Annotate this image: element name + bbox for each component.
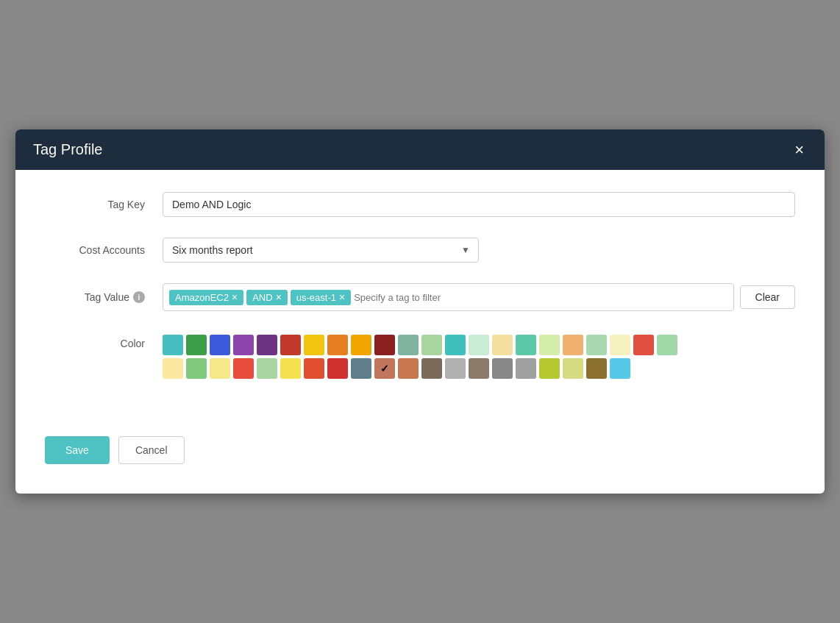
color-swatch[interactable] — [210, 358, 230, 379]
tag-key-label: Tag Key — [45, 199, 163, 210]
color-swatch[interactable] — [633, 335, 654, 355]
tag-chip-useast1: us-east-1 × — [291, 290, 351, 305]
tag-chip-and: AND × — [246, 290, 288, 305]
color-swatch[interactable] — [586, 335, 607, 355]
tag-value-row: Tag Value i AmazonEC2 × AND × — [45, 283, 795, 311]
color-swatch[interactable] — [657, 335, 677, 355]
color-swatch[interactable] — [516, 335, 536, 355]
color-swatch[interactable] — [563, 335, 583, 355]
color-swatch[interactable] — [421, 335, 442, 355]
save-button[interactable]: Save — [45, 436, 110, 464]
color-grid — [163, 335, 795, 379]
color-row: Color — [45, 332, 795, 379]
color-swatch[interactable] — [163, 358, 183, 379]
tag-chip-label: AmazonEC2 — [175, 292, 229, 303]
color-swatch[interactable] — [421, 358, 442, 379]
color-swatch[interactable] — [539, 335, 560, 355]
tag-value-label-text: Tag Value — [85, 291, 129, 303]
color-swatch[interactable] — [233, 358, 254, 379]
tag-chip-close-and[interactable]: × — [276, 292, 282, 302]
tag-value-label: Tag Value i — [45, 291, 163, 303]
color-swatch[interactable] — [610, 358, 630, 379]
color-swatch[interactable] — [257, 358, 277, 379]
modal-overlay: Tag Profile × Tag Key Cost Accounts Six … — [0, 0, 840, 623]
tag-value-input-area: AmazonEC2 × AND × us-east-1 × C — [163, 283, 795, 311]
info-icon[interactable]: i — [133, 291, 145, 303]
modal-header: Tag Profile × — [15, 129, 825, 170]
color-swatch-selected[interactable] — [374, 358, 395, 379]
tag-chip-close-amazonec2[interactable]: × — [232, 292, 238, 302]
tag-chip-close-useast1[interactable]: × — [339, 292, 345, 302]
cost-accounts-label: Cost Accounts — [45, 244, 163, 256]
cost-accounts-select[interactable]: Six months report Annual report Monthly … — [163, 238, 479, 263]
tag-chip-label: us-east-1 — [296, 292, 336, 303]
color-swatch[interactable] — [563, 358, 583, 379]
modal-title: Tag Profile — [33, 141, 103, 158]
color-swatch[interactable] — [445, 358, 466, 379]
color-swatch[interactable] — [610, 335, 630, 355]
color-row-1 — [163, 335, 795, 355]
color-swatch[interactable] — [398, 358, 419, 379]
color-swatch[interactable] — [233, 335, 254, 355]
modal-dialog: Tag Profile × Tag Key Cost Accounts Six … — [15, 129, 825, 494]
tag-key-row: Tag Key — [45, 192, 795, 217]
color-swatch[interactable] — [351, 358, 371, 379]
color-swatch[interactable] — [257, 335, 277, 355]
color-row-2 — [163, 358, 795, 379]
color-swatch[interactable] — [304, 358, 324, 379]
color-swatch[interactable] — [186, 358, 207, 379]
clear-button[interactable]: Clear — [740, 285, 795, 309]
color-swatch[interactable] — [586, 358, 607, 379]
color-swatch[interactable] — [280, 358, 301, 379]
color-swatch[interactable] — [327, 335, 348, 355]
color-swatch[interactable] — [351, 335, 371, 355]
color-label: Color — [45, 335, 163, 349]
color-swatch[interactable] — [210, 335, 230, 355]
tag-key-input[interactable] — [163, 192, 795, 217]
tag-filter-input[interactable] — [354, 292, 727, 303]
close-button[interactable]: × — [791, 142, 807, 158]
color-swatch[interactable] — [516, 358, 536, 379]
color-swatch[interactable] — [492, 335, 513, 355]
color-swatch[interactable] — [186, 335, 207, 355]
tag-chip-label: AND — [252, 292, 272, 303]
modal-body: Tag Key Cost Accounts Six months report … — [15, 170, 825, 429]
tag-chip-amazonec2: AmazonEC2 × — [169, 290, 243, 305]
color-swatch[interactable] — [280, 335, 301, 355]
color-swatch[interactable] — [304, 335, 324, 355]
cost-accounts-wrapper: Six months report Annual report Monthly … — [163, 238, 479, 263]
color-swatch[interactable] — [445, 335, 466, 355]
color-swatch[interactable] — [374, 335, 395, 355]
color-swatch[interactable] — [469, 335, 489, 355]
cost-accounts-row: Cost Accounts Six months report Annual r… — [45, 238, 795, 263]
color-swatch[interactable] — [163, 335, 183, 355]
color-swatch[interactable] — [492, 358, 513, 379]
color-swatch[interactable] — [398, 335, 419, 355]
color-swatch[interactable] — [539, 358, 560, 379]
color-swatch[interactable] — [327, 358, 348, 379]
modal-footer: Save Cancel — [15, 429, 825, 494]
cancel-button[interactable]: Cancel — [118, 436, 185, 464]
tag-chips-container[interactable]: AmazonEC2 × AND × us-east-1 × — [163, 283, 734, 311]
color-swatch[interactable] — [469, 358, 489, 379]
